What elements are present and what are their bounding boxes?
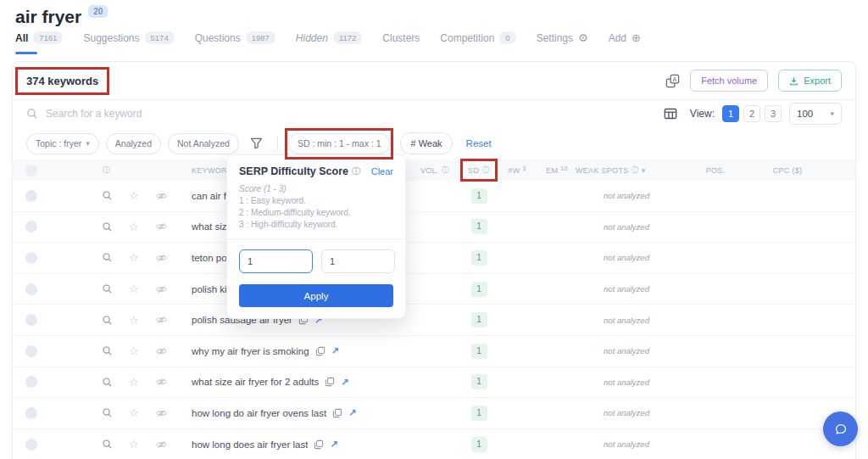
tab-label: Clusters — [382, 32, 420, 44]
view-option-2[interactable]: 2 — [743, 105, 760, 122]
copy-icon[interactable] — [332, 408, 342, 418]
serp-analyze-icon[interactable] — [102, 315, 113, 326]
tab-label: Competition — [440, 32, 494, 44]
col-weak-top3: #W — [508, 166, 520, 175]
row-checkbox[interactable] — [13, 190, 50, 202]
fetch-volume-button[interactable]: Fetch volume — [690, 70, 768, 92]
page-size-select[interactable]: 100 ▾ — [789, 103, 842, 125]
tab-add[interactable]: Add⊕ — [609, 31, 641, 48]
sd-cell: 1 — [462, 437, 496, 452]
star-icon[interactable]: ☆ — [129, 377, 139, 388]
weak-button-label: # Weak — [410, 138, 442, 148]
view-option-3[interactable]: 3 — [765, 105, 782, 122]
weak-spots-status: not analyzed — [604, 439, 649, 449]
serp-analyze-icon[interactable] — [102, 439, 113, 450]
hide-keyword-icon[interactable] — [155, 439, 168, 450]
serp-analyze-icon[interactable] — [102, 345, 113, 356]
table-row: ☆ how long does air fryer last ↗ 1 not a… — [13, 429, 855, 459]
weak-spots-cell: not analyzed — [576, 439, 677, 449]
hide-keyword-icon[interactable] — [155, 377, 168, 387]
sd-cell: 1 — [462, 374, 496, 389]
star-icon[interactable]: ☆ — [129, 345, 139, 356]
tab-suggestions[interactable]: Suggestions5174 — [83, 31, 174, 48]
view-option-1[interactable]: 1 — [722, 105, 739, 122]
filter-chip-sd[interactable]: SD : min : 1 - max : 1 — [288, 133, 391, 154]
hide-keyword-icon[interactable] — [155, 253, 168, 263]
tab-questions[interactable]: Questions1987 — [195, 31, 275, 48]
info-icon: ⓘ — [632, 165, 639, 176]
row-checkbox[interactable] — [13, 407, 50, 419]
hide-keyword-icon[interactable] — [155, 408, 168, 418]
col-weak-spots: WEAK SPOTS — [576, 166, 629, 175]
star-icon[interactable]: ☆ — [129, 439, 139, 450]
row-checkbox[interactable] — [13, 345, 50, 357]
tab-hidden[interactable]: Hidden1172 — [296, 31, 362, 48]
star-icon[interactable]: ☆ — [129, 407, 139, 418]
hide-keyword-icon[interactable] — [155, 284, 168, 294]
hide-keyword-icon[interactable] — [155, 346, 168, 356]
tab-competition[interactable]: Competition0 — [440, 31, 515, 48]
star-icon[interactable]: ☆ — [129, 315, 139, 326]
serp-analyze-icon[interactable] — [102, 190, 113, 201]
weak-spots-cell: not analyzed — [576, 253, 677, 262]
export-button[interactable]: Export — [778, 70, 842, 92]
tab-settings[interactable]: Settings⚙ — [537, 31, 588, 48]
add-circle-icon: ⊕ — [632, 31, 641, 44]
tab-all[interactable]: All7161 — [15, 31, 63, 48]
sd-cell: 1 — [462, 188, 496, 204]
copy-icon[interactable] — [314, 439, 324, 450]
table-row: ☆ what size air fryer for 2 adults ↗ 1 n… — [13, 367, 855, 399]
row-checkbox[interactable] — [13, 252, 50, 264]
search-input[interactable] — [46, 108, 334, 120]
star-icon[interactable]: ☆ — [129, 252, 139, 263]
row-checkbox[interactable] — [13, 283, 50, 295]
apply-button[interactable]: Apply — [239, 284, 393, 307]
table-layout-icon[interactable] — [664, 107, 677, 120]
filter-chip-analyzed[interactable]: Analyzed — [106, 133, 161, 154]
star-icon[interactable]: ☆ — [129, 221, 139, 232]
reset-filters-link[interactable]: Reset — [466, 138, 492, 148]
row-checkbox[interactable] — [13, 314, 50, 326]
hide-keyword-icon[interactable] — [155, 221, 168, 232]
copy-icon[interactable] — [315, 346, 326, 356]
star-icon[interactable]: ☆ — [129, 190, 139, 201]
table-row: ☆ polish kielb 1 not analyzed — [13, 274, 855, 305]
score-level-1: 1 : Easy keyword. — [239, 196, 393, 205]
sd-cell: 1 — [462, 282, 496, 297]
chevron-down-icon: ▾ — [86, 139, 90, 148]
open-serp-icon[interactable]: ↗ — [330, 439, 337, 450]
view-switcher: 123 — [722, 105, 782, 122]
row-checkbox[interactable] — [13, 376, 50, 388]
open-serp-icon[interactable]: ↗ — [331, 345, 339, 356]
row-checkbox[interactable] — [13, 439, 50, 451]
star-icon[interactable]: ☆ — [129, 283, 139, 294]
serp-analyze-icon[interactable] — [102, 221, 113, 232]
filter-funnel-icon[interactable] — [246, 137, 267, 149]
hide-keyword-icon[interactable] — [155, 315, 168, 325]
serp-analyze-icon[interactable] — [102, 252, 113, 263]
serp-analyze-icon[interactable] — [102, 283, 113, 294]
view-label: View: — [690, 108, 715, 120]
chevron-down-icon[interactable]: ▾ — [642, 166, 646, 175]
chat-button[interactable] — [823, 411, 858, 446]
copy-icon[interactable] — [325, 377, 335, 387]
select-all-checkbox[interactable] — [13, 165, 50, 176]
filter-chip-not-analyzed[interactable]: Not Analyzed — [168, 133, 239, 154]
checkbox-circle — [25, 190, 37, 202]
serp-analyze-icon[interactable] — [102, 377, 113, 388]
translate-icon[interactable]: A — [665, 74, 680, 88]
sd-min-input[interactable] — [239, 249, 313, 273]
sd-max-input[interactable] — [321, 249, 395, 273]
open-serp-icon[interactable]: ↗ — [341, 377, 348, 388]
tab-clusters[interactable]: Clusters — [382, 32, 420, 48]
hide-keyword-icon[interactable] — [155, 191, 168, 201]
clear-filter-link[interactable]: Clear — [371, 166, 393, 176]
filter-weak-button[interactable]: # Weak — [400, 132, 452, 154]
serp-difficulty-popup: SERP Difficulty Score ⓘ Clear Score (1 -… — [226, 154, 406, 319]
info-icon: ⓘ — [442, 165, 449, 176]
row-checkbox[interactable] — [13, 221, 50, 232]
open-serp-icon[interactable]: ↗ — [348, 407, 356, 418]
filter-chip-topic[interactable]: Topic : fryer ▾ — [26, 133, 99, 154]
weak-spots-status: not analyzed — [604, 408, 649, 417]
serp-analyze-icon[interactable] — [102, 407, 113, 418]
